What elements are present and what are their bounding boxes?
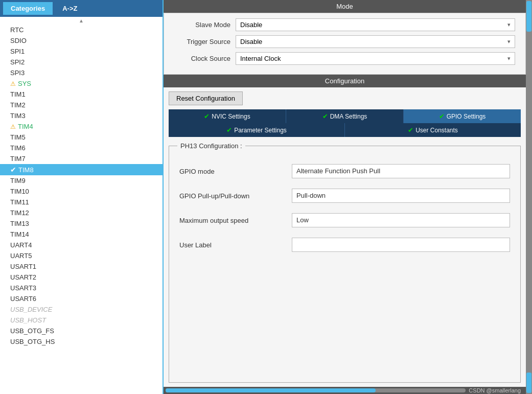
sidebar-item-uart4[interactable]: UART4 [0,240,163,250]
config-header: Configuration [164,75,526,87]
sidebar-item-label: UART4 [10,241,32,249]
tab-check-icon: ✔ [322,112,328,120]
sidebar-item-usb_otg_fs[interactable]: USB_OTG_FS [0,326,163,336]
mode-header: Mode [164,0,526,13]
right-scroll-thumb-bottom [526,373,531,393]
sidebar-tab-az[interactable]: A->Z [55,2,85,15]
sidebar-item-tim4[interactable]: ⚠TIM4 [0,121,163,132]
sidebar-item-usb_device[interactable]: USB_DEVICE [0,304,163,315]
sidebar-item-label: SYS [18,80,31,87]
tab-gpio[interactable]: ✔GPIO Settings [404,109,521,123]
sidebar-item-label: USB_DEVICE [10,306,52,313]
sidebar-item-tim14[interactable]: TIM14 [0,229,163,240]
sidebar-item-label: TIM11 [10,198,29,206]
sidebar-item-rtc[interactable]: RTC [0,25,163,35]
warning-icon: ⚠ [10,123,16,130]
sidebar-item-usb_otg_hs[interactable]: USB_OTG_HS [0,336,163,347]
tab-check-icon: ✔ [226,126,232,134]
tab-param[interactable]: ✔Parameter Settings [169,123,345,137]
sidebar-item-label: SPI3 [10,69,25,77]
reset-config-button[interactable]: Reset Configuration [169,91,243,105]
sidebar-item-spi1[interactable]: SPI1 [0,46,163,57]
gpio-row-value: Alternate Function Push Pull [292,164,510,178]
gpio-row-label: GPIO Pull-up/Pull-down [179,192,292,200]
sidebar-item-tim8[interactable]: ✔TIM8 [0,164,163,175]
sidebar-item-label: SDIO [10,37,27,44]
sidebar-item-label: USART6 [10,295,36,303]
sidebar-item-label: USB_OTG_FS [10,327,54,335]
tab-label: Parameter Settings [234,127,287,134]
slave-mode-label: Slave Mode [174,21,236,29]
main-panel: Mode Slave Mode Disable ▾ Trigger Source… [164,0,526,394]
sidebar-tabs: Categories A->Z [0,0,163,17]
sidebar-item-label: USART3 [10,284,36,292]
slave-mode-select[interactable]: Disable ▾ [236,18,515,31]
clock-source-select[interactable]: Internal Clock ▾ [236,52,515,65]
ph13-fieldset: PH13 Configuration : GPIO modeAlternate … [169,142,521,383]
gpio-row-value[interactable] [292,238,510,252]
gpio-row-label: User Label [179,241,292,249]
sidebar-item-tim9[interactable]: TIM9 [0,175,163,186]
bottom-scroll-thumb [166,388,376,392]
tab-check-icon: ✔ [408,126,413,134]
clock-source-label: Clock Source [174,55,236,62]
right-scrollbar[interactable] [526,0,532,394]
tab-nvic[interactable]: ✔NVIC Settings [169,109,286,123]
sidebar-item-usart6[interactable]: USART6 [0,293,163,304]
sidebar-item-label: TIM6 [10,144,26,152]
sidebar-item-tim2[interactable]: TIM2 [0,100,163,110]
sidebar-item-label: RTC [10,26,24,34]
clock-source-row: Clock Source Internal Clock ▾ [174,52,515,65]
watermark: CSDN @smallerlang [466,387,524,393]
sidebar-list: RTCSDIOSPI1SPI2SPI3⚠SYSTIM1TIM2TIM3⚠TIM4… [0,25,163,394]
sidebar-item-tim5[interactable]: TIM5 [0,132,163,143]
trigger-source-value: Disable [240,38,262,45]
warning-icon: ⚠ [10,80,16,87]
trigger-source-chevron-icon: ▾ [507,38,511,45]
trigger-source-select[interactable]: Disable ▾ [236,35,515,48]
bottom-bar: CSDN @smallerlang [164,387,526,394]
sidebar-item-spi2[interactable]: SPI2 [0,57,163,67]
sidebar-item-label: TIM12 [10,209,29,217]
tab-check-icon: ✔ [204,112,210,120]
clock-source-value: Internal Clock [240,55,281,62]
gpio-row-value: Pull-down [292,189,510,203]
sidebar-item-label: USB_OTG_HS [10,338,55,345]
sidebar-item-tim7[interactable]: TIM7 [0,153,163,164]
tab-dma[interactable]: ✔DMA Settings [286,109,404,123]
sidebar-item-tim12[interactable]: TIM12 [0,207,163,218]
sidebar-item-usart3[interactable]: USART3 [0,283,163,293]
tab-user[interactable]: ✔User Constants [345,123,521,137]
sidebar-item-label: TIM13 [10,220,29,227]
sidebar-item-sdio[interactable]: SDIO [0,35,163,46]
sidebar-item-tim11[interactable]: TIM11 [0,197,163,207]
sidebar-item-tim13[interactable]: TIM13 [0,218,163,229]
sidebar-item-tim1[interactable]: TIM1 [0,89,163,100]
sidebar: Categories A->Z ▲ RTCSDIOSPI1SPI2SPI3⚠SY… [0,0,164,394]
tabs-row1: ✔NVIC Settings✔DMA Settings✔GPIO Setting… [169,109,521,123]
sidebar-item-label: USART1 [10,263,36,270]
sidebar-item-tim6[interactable]: TIM6 [0,143,163,153]
sidebar-item-spi3[interactable]: SPI3 [0,67,163,78]
sidebar-up-arrow[interactable]: ▲ [0,17,163,25]
bottom-scrollbar[interactable] [166,388,466,392]
tab-label: GPIO Settings [447,113,486,120]
sidebar-item-label: SPI2 [10,58,25,66]
sidebar-item-label: TIM5 [10,133,26,141]
sidebar-item-usb_host[interactable]: USB_HOST [0,315,163,326]
sidebar-item-label: TIM2 [10,101,26,109]
tab-label: NVIC Settings [212,113,250,120]
sidebar-item-label: TIM8 [18,166,34,174]
sidebar-item-sys[interactable]: ⚠SYS [0,78,163,89]
sidebar-item-label: TIM1 [10,90,26,98]
sidebar-item-uart5[interactable]: UART5 [0,250,163,261]
sidebar-item-label: TIM7 [10,155,26,163]
sidebar-item-label: USB_HOST [10,316,46,324]
sidebar-tab-categories[interactable]: Categories [3,2,53,15]
sidebar-item-usart2[interactable]: USART2 [0,272,163,283]
sidebar-item-tim3[interactable]: TIM3 [0,110,163,121]
config-body: Reset Configuration ✔NVIC Settings✔DMA S… [164,87,526,387]
sidebar-item-usart1[interactable]: USART1 [0,261,163,272]
gpio-rows: GPIO modeAlternate Function Push PullGPI… [179,163,510,253]
sidebar-item-tim10[interactable]: TIM10 [0,186,163,197]
